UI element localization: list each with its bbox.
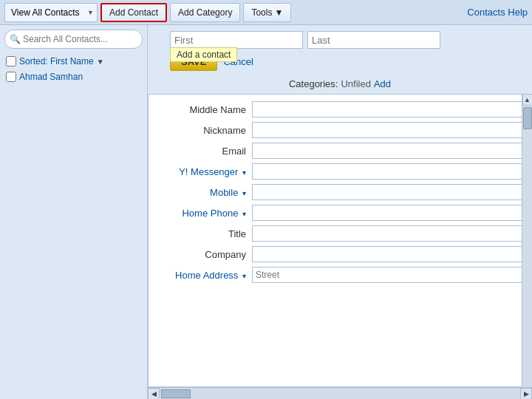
form-row-middle-name: Middle Name	[149, 99, 530, 120]
sort-row: Sorted: First Name ▼	[0, 53, 147, 69]
ymessenger-dropdown-arrow: ▾	[242, 168, 246, 177]
title-label: Title	[156, 228, 252, 239]
categories-prefix: Categories:	[289, 78, 338, 89]
ymessenger-label: Y! Messenger ▾	[156, 166, 252, 177]
tooltip-box: Add a contact	[170, 47, 237, 62]
ymessenger-link[interactable]: Y! Messenger	[179, 166, 238, 177]
sort-checkbox[interactable]	[6, 56, 16, 66]
toolbar: View All Contacts Add Contact Add Catego…	[0, 0, 532, 25]
name-row: Add a contact	[148, 25, 532, 52]
home-address-input[interactable]	[252, 267, 522, 283]
first-name-input[interactable]	[170, 31, 303, 49]
sidebar: 🔍 Sorted: First Name ▼ Ahmad Samhan	[0, 25, 148, 399]
form-row-ymessenger: Y! Messenger ▾	[149, 161, 530, 182]
content-area: Add a contact SAVE Cancel Categories: Un…	[148, 25, 532, 399]
form-row-email: Email	[149, 140, 530, 161]
home-phone-dropdown-arrow: ▾	[242, 210, 246, 218]
sort-label[interactable]: Sorted: First Name	[19, 56, 94, 66]
contact-checkbox[interactable]	[6, 72, 16, 82]
scroll-right-button[interactable]: ▶	[520, 388, 532, 400]
vertical-scrollbar[interactable]: ▲	[522, 94, 532, 387]
email-label: Email	[156, 146, 252, 157]
categories-unfiled: Unfiled	[341, 78, 370, 89]
nickname-input[interactable]	[252, 122, 522, 138]
home-phone-link[interactable]: Home Phone	[182, 208, 238, 219]
search-input[interactable]	[4, 30, 143, 49]
search-box: 🔍	[4, 30, 143, 49]
form-row-mobile: Mobile ▾	[149, 182, 530, 202]
ymessenger-input[interactable]	[252, 163, 522, 180]
help-area: Contacts Help	[467, 7, 528, 18]
company-label: Company	[156, 249, 252, 260]
last-name-input[interactable]	[307, 31, 440, 49]
scroll-track	[160, 388, 520, 399]
tools-button[interactable]: Tools ▼	[243, 3, 291, 22]
tools-dropdown-arrow: ▼	[274, 7, 283, 18]
form-row-company: Company	[149, 244, 530, 265]
view-all-contacts-select[interactable]: View All Contacts	[4, 3, 98, 22]
h-scroll-thumb[interactable]	[161, 389, 191, 398]
home-address-link[interactable]: Home Address	[175, 270, 238, 281]
view-contacts-dropdown[interactable]: View All Contacts	[8, 3, 94, 22]
contacts-help-link[interactable]: Contacts Help	[467, 7, 528, 18]
form-row-home-address: Home Address ▾	[149, 265, 530, 285]
middle-name-input[interactable]	[252, 101, 522, 117]
main-layout: 🔍 Sorted: First Name ▼ Ahmad Samhan Add …	[0, 25, 532, 399]
search-icon: 🔍	[10, 34, 21, 44]
categories-row: Categories: Unfiled Add	[148, 75, 532, 94]
scroll-thumb[interactable]	[523, 107, 532, 129]
form-row-nickname: Nickname	[149, 120, 530, 140]
mobile-dropdown-arrow: ▾	[242, 189, 246, 197]
form-scroll-area: Middle Name Nickname Email Y! Messenger	[148, 94, 532, 387]
home-address-dropdown-arrow: ▾	[242, 272, 246, 280]
horizontal-scrollbar[interactable]: ◀ ▶	[148, 387, 532, 399]
nickname-label: Nickname	[156, 125, 252, 136]
company-input[interactable]	[252, 246, 522, 262]
email-input[interactable]	[252, 143, 522, 159]
sort-arrow-icon: ▼	[97, 58, 104, 66]
form-row-home-phone: Home Phone ▾	[149, 202, 530, 223]
form-inner: Middle Name Nickname Email Y! Messenger	[148, 94, 531, 387]
categories-add-link[interactable]: Add	[374, 78, 391, 89]
title-input[interactable]	[252, 225, 522, 242]
mobile-label: Mobile ▾	[156, 187, 252, 198]
middle-name-label: Middle Name	[156, 104, 252, 115]
add-contact-button[interactable]: Add Contact	[100, 3, 167, 22]
add-category-button[interactable]: Add Category	[170, 3, 240, 22]
home-address-label: Home Address ▾	[156, 270, 252, 281]
contact-name[interactable]: Ahmad Samhan	[19, 72, 83, 82]
mobile-input[interactable]	[252, 184, 522, 200]
home-phone-input[interactable]	[252, 205, 522, 221]
list-item: Ahmad Samhan	[0, 69, 147, 84]
form-row-title: Title	[149, 223, 530, 244]
scroll-left-button[interactable]: ◀	[148, 388, 160, 400]
scroll-up-button[interactable]: ▲	[522, 94, 533, 106]
mobile-link[interactable]: Mobile	[210, 187, 238, 198]
tools-label: Tools	[251, 7, 272, 18]
home-phone-label: Home Phone ▾	[156, 208, 252, 219]
